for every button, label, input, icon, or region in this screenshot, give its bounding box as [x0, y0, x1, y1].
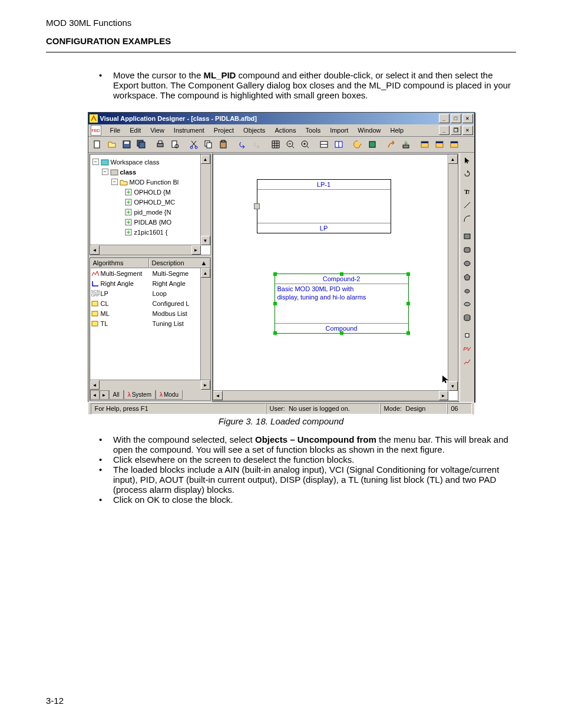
design-canvas[interactable]: LP-1 LP Compound-2 Basic MOD 30ML PID wi… — [213, 154, 458, 401]
title-bar[interactable]: Visual Application Designer - [class - P… — [88, 113, 474, 124]
cylinder-tool[interactable] — [461, 311, 474, 324]
svg-rect-24 — [421, 141, 428, 143]
preview-button[interactable] — [168, 137, 182, 151]
menu-help[interactable]: Help — [386, 126, 408, 135]
col-algorithms[interactable]: Algorithms — [90, 258, 149, 268]
svg-point-44 — [464, 261, 470, 266]
pointer-tool[interactable] — [461, 154, 474, 167]
svg-rect-26 — [436, 141, 443, 143]
canvas-vscroll[interactable]: ▲▼ — [448, 154, 458, 391]
tab-prev[interactable]: ◄ — [90, 390, 100, 400]
compile-button[interactable] — [384, 137, 398, 151]
tree-vscroll[interactable]: ▲▼ — [200, 154, 210, 245]
grid-row[interactable]: Right AngleRight Angle — [90, 278, 210, 288]
menu-tools[interactable]: Tools — [301, 126, 325, 135]
window3-button[interactable] — [447, 137, 461, 151]
col-description[interactable]: Description▲ — [149, 258, 210, 268]
algorithm-grid[interactable]: Algorithms Description▲ Multi-SegmentMul… — [90, 258, 211, 401]
tab-next[interactable]: ► — [100, 390, 109, 400]
pv-tool[interactable]: PV — [461, 342, 474, 355]
text-tool[interactable]: TT — [461, 185, 474, 198]
menu-instrument[interactable]: Instrument — [170, 126, 209, 135]
grid-hscroll[interactable]: ◄► — [90, 380, 210, 390]
canvas-hscroll[interactable]: ◄► — [213, 390, 448, 400]
save-all-button[interactable] — [134, 137, 148, 151]
print-button[interactable] — [153, 137, 167, 151]
rotate-tool[interactable] — [461, 167, 474, 180]
download-button[interactable] — [399, 137, 413, 151]
mdi-minimize-button[interactable]: _ — [439, 126, 449, 135]
rect-tool[interactable] — [461, 230, 474, 243]
line-tool[interactable] — [461, 199, 474, 212]
window1-button[interactable] — [418, 137, 432, 151]
new-button[interactable] — [90, 137, 104, 151]
svg-rect-43 — [464, 248, 470, 252]
component-button[interactable] — [365, 137, 379, 151]
menu-import[interactable]: Import — [326, 126, 352, 135]
paste-button[interactable] — [216, 137, 230, 151]
split-h-button[interactable] — [317, 137, 331, 151]
workspace-tree[interactable]: −Workspace class −class −MOD Function Bl… — [90, 154, 211, 255]
bullet-icon: • — [99, 465, 113, 495]
tree-hscroll[interactable]: ◄► — [90, 245, 201, 255]
mdi-icon[interactable]: FBD — [91, 125, 101, 136]
menu-view[interactable]: View — [146, 126, 168, 135]
grid-row[interactable]: MLModbus List — [90, 308, 210, 318]
zoom-out-button[interactable] — [283, 137, 297, 151]
maximize-button[interactable]: □ — [451, 114, 461, 123]
polygon-tool[interactable] — [461, 271, 474, 284]
arc-tool[interactable] — [461, 212, 474, 225]
minimize-button[interactable]: _ — [439, 114, 449, 123]
block-lp1[interactable]: LP-1 LP — [257, 179, 391, 233]
tab-all[interactable]: All — [109, 390, 124, 400]
save-button[interactable] — [120, 137, 134, 151]
svg-rect-30 — [111, 170, 118, 175]
svg-rect-2 — [124, 141, 129, 144]
redo-button[interactable] — [250, 137, 264, 151]
copy-button[interactable] — [201, 137, 216, 151]
grid-row[interactable]: Multi-SegmentMulti-Segme — [90, 268, 210, 278]
svg-rect-13 — [220, 141, 226, 148]
block-icon — [124, 208, 133, 216]
bullet-text-3: Click elsewhere on the screen to deselec… — [113, 454, 516, 465]
ellipse-tool[interactable] — [461, 257, 474, 270]
block-compound2[interactable]: Compound-2 Basic MOD 30ML PID with displ… — [275, 274, 409, 334]
cut-button[interactable] — [187, 137, 201, 151]
menu-actions[interactable]: Actions — [270, 126, 300, 135]
window2-button[interactable] — [432, 137, 447, 151]
closed-curve-tool[interactable] — [461, 284, 474, 297]
grid-button[interactable] — [269, 137, 283, 151]
port-tool[interactable] — [461, 329, 474, 342]
bullet-text-1: Move the cursor to the ML_PID compound a… — [113, 70, 516, 100]
grid-vscroll[interactable]: ▲▼ — [200, 268, 210, 391]
tab-system[interactable]: λSystem — [124, 390, 156, 400]
workspace-icon — [101, 158, 109, 166]
split-v-button[interactable] — [332, 137, 346, 151]
tab-modu[interactable]: λModu — [156, 390, 183, 400]
svg-rect-38 — [92, 321, 98, 326]
undo-button[interactable] — [235, 137, 249, 151]
zoom-in-button[interactable] — [298, 137, 312, 151]
trend-tool[interactable] — [461, 356, 474, 369]
menu-project[interactable]: Project — [210, 126, 238, 135]
menu-file[interactable]: File — [106, 126, 125, 135]
block-icon — [124, 218, 133, 226]
palette-button[interactable] — [351, 137, 365, 151]
grid-row[interactable]: TLTuning List — [90, 318, 210, 328]
grid-row[interactable]: CLConfigured L — [90, 298, 210, 308]
menu-window[interactable]: Window — [353, 126, 385, 135]
block-icon — [124, 188, 133, 196]
bullet-icon: • — [99, 454, 113, 465]
ellipse2-tool[interactable] — [461, 298, 474, 311]
class-icon — [110, 168, 118, 176]
menu-edit[interactable]: Edit — [125, 126, 145, 135]
mdi-close-button[interactable]: × — [462, 126, 473, 135]
roundrect-tool[interactable] — [461, 243, 474, 256]
status-num: 06 — [447, 403, 472, 414]
grid-row[interactable]: SCNGRPLPLoop — [90, 288, 210, 298]
mdi-restore-button[interactable]: ❐ — [451, 126, 461, 135]
menu-objects[interactable]: Objects — [239, 126, 269, 135]
close-button[interactable]: × — [462, 114, 473, 123]
open-button[interactable] — [105, 137, 119, 151]
window-title: Visual Application Designer - [class - P… — [100, 115, 257, 122]
